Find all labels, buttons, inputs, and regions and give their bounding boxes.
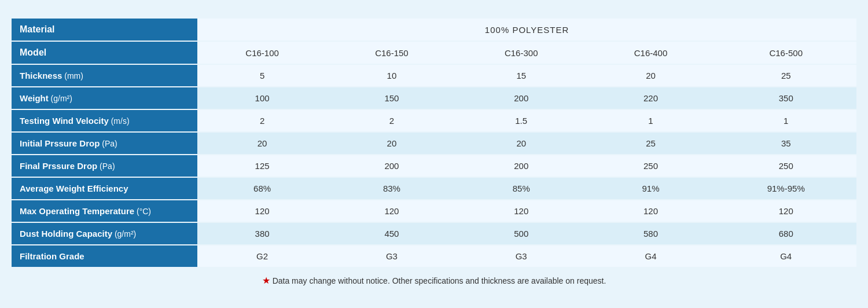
cell-r7-c1: 450 xyxy=(327,222,457,245)
cell-r6-c0: 120 xyxy=(197,200,327,222)
model-c16-400: C16-400 xyxy=(586,41,716,64)
material-label: Material xyxy=(12,19,197,41)
cell-r4-c3: 250 xyxy=(586,155,716,177)
data-row-4: Final Prssure Drop (Pa)125200200250250 xyxy=(12,155,856,177)
model-label: Model xyxy=(12,41,197,64)
cell-r6-c3: 120 xyxy=(586,200,716,222)
cell-r4-c0: 125 xyxy=(197,155,327,177)
cell-r1-c3: 220 xyxy=(586,87,716,109)
cell-r7-c4: 680 xyxy=(715,222,856,245)
cell-r8-c0: G2 xyxy=(197,245,327,267)
cell-r4-c4: 250 xyxy=(715,155,856,177)
footer-row: ★Data may change without notice. Other s… xyxy=(12,267,856,289)
cell-r3-c2: 20 xyxy=(457,132,586,155)
table-wrapper: Material 100% POLYESTER Model C16-100 C1… xyxy=(12,19,856,289)
cell-r5-c0: 68% xyxy=(197,177,327,200)
cell-r5-c1: 83% xyxy=(327,177,457,200)
data-row-0: Thickness (mm)510152025 xyxy=(12,64,856,87)
cell-r7-c2: 500 xyxy=(457,222,586,245)
data-row-2: Testing Wind Velocity (m/s)221.511 xyxy=(12,109,856,132)
cell-r2-c3: 1 xyxy=(586,109,716,132)
cell-r1-c1: 150 xyxy=(327,87,457,109)
cell-r2-c0: 2 xyxy=(197,109,327,132)
star-icon: ★ xyxy=(262,276,270,285)
cell-r3-c1: 20 xyxy=(327,132,457,155)
footer-text: ★Data may change without notice. Other s… xyxy=(12,267,856,289)
cell-r8-c1: G3 xyxy=(327,245,457,267)
cell-r0-c3: 20 xyxy=(586,64,716,87)
row-label-3: Initial Prssure Drop (Pa) xyxy=(12,132,197,155)
model-c16-150: C16-150 xyxy=(327,41,457,64)
model-c16-500: C16-500 xyxy=(715,41,856,64)
row-label-1: Weight (g/m²) xyxy=(12,87,197,109)
material-row: Material 100% POLYESTER xyxy=(12,19,856,41)
cell-r8-c3: G4 xyxy=(586,245,716,267)
cell-r0-c2: 15 xyxy=(457,64,586,87)
cell-r7-c0: 380 xyxy=(197,222,327,245)
data-row-3: Initial Prssure Drop (Pa)2020202535 xyxy=(12,132,856,155)
cell-r3-c0: 20 xyxy=(197,132,327,155)
model-c16-100: C16-100 xyxy=(197,41,327,64)
cell-r2-c1: 2 xyxy=(327,109,457,132)
row-label-5: Average Weight Efficiency xyxy=(12,177,197,200)
cell-r4-c1: 200 xyxy=(327,155,457,177)
cell-r6-c4: 120 xyxy=(715,200,856,222)
cell-r6-c2: 120 xyxy=(457,200,586,222)
cell-r3-c4: 35 xyxy=(715,132,856,155)
cell-r5-c4: 91%-95% xyxy=(715,177,856,200)
row-label-0: Thickness (mm) xyxy=(12,64,197,87)
cell-r0-c4: 25 xyxy=(715,64,856,87)
cell-r7-c3: 580 xyxy=(586,222,716,245)
data-row-6: Max Operating Temperature (°C)1201201201… xyxy=(12,200,856,222)
cell-r2-c2: 1.5 xyxy=(457,109,586,132)
cell-r8-c2: G3 xyxy=(457,245,586,267)
data-row-5: Average Weight Efficiency68%83%85%91%91%… xyxy=(12,177,856,200)
footer-content: Data may change without notice. Other sp… xyxy=(273,276,606,285)
data-row-7: Dust Holding Capacity (g/m²)380450500580… xyxy=(12,222,856,245)
cell-r4-c2: 200 xyxy=(457,155,586,177)
cell-r1-c4: 350 xyxy=(715,87,856,109)
cell-r5-c3: 91% xyxy=(586,177,716,200)
cell-r0-c0: 5 xyxy=(197,64,327,87)
cell-r3-c3: 25 xyxy=(586,132,716,155)
row-label-4: Final Prssure Drop (Pa) xyxy=(12,155,197,177)
cell-r6-c1: 120 xyxy=(327,200,457,222)
row-label-7: Dust Holding Capacity (g/m²) xyxy=(12,222,197,245)
model-c16-300: C16-300 xyxy=(457,41,586,64)
row-label-8: Filtration Grade xyxy=(12,245,197,267)
data-row-1: Weight (g/m²)100150200220350 xyxy=(12,87,856,109)
data-row-8: Filtration GradeG2G3G3G4G4 xyxy=(12,245,856,267)
cell-r8-c4: G4 xyxy=(715,245,856,267)
model-row: Model C16-100 C16-150 C16-300 C16-400 C1… xyxy=(12,41,856,64)
row-label-2: Testing Wind Velocity (m/s) xyxy=(12,109,197,132)
cell-r2-c4: 1 xyxy=(715,109,856,132)
cell-r5-c2: 85% xyxy=(457,177,586,200)
cell-r1-c0: 100 xyxy=(197,87,327,109)
specs-table: Material 100% POLYESTER Model C16-100 C1… xyxy=(12,19,856,289)
row-label-6: Max Operating Temperature (°C) xyxy=(12,200,197,222)
cell-r1-c2: 200 xyxy=(457,87,586,109)
material-value: 100% POLYESTER xyxy=(197,19,856,41)
cell-r0-c1: 10 xyxy=(327,64,457,87)
